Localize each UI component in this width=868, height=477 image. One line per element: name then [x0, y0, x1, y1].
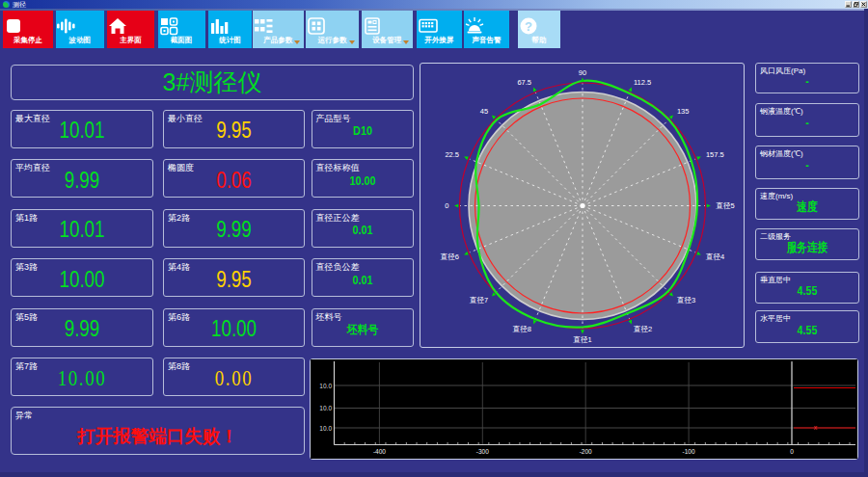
toolbar-button-10[interactable]: 声音告警 [464, 11, 509, 49]
toolbar-button-3[interactable]: 主界面 [107, 11, 154, 49]
spoke-label: 直径5 [716, 201, 735, 210]
measurement-label: 最大直径 [15, 113, 50, 125]
list-icon-svg [253, 15, 274, 37]
measurement-value: 10.00 [176, 309, 291, 346]
alarm-message: 打开报警端口失败！ [12, 419, 304, 454]
cross-section-chart: 022.54567.590112.5135157.5直径5直径4直径3直径2直径… [420, 64, 744, 347]
stop-icon-svg [3, 15, 24, 37]
spoke-marker [533, 88, 536, 93]
measurement-label: 第1路 [15, 212, 38, 225]
sidebar-card: 钢材温度(℃)- [755, 146, 859, 179]
spoke-label: 直径2 [633, 325, 652, 333]
spoke-label: 直径6 [440, 252, 459, 261]
barchart-icon [208, 15, 252, 37]
spoke-marker [629, 88, 632, 93]
spoke-label: 67.5 [517, 78, 531, 87]
alarm-box: 异常 打开报警端口失败！ [11, 407, 305, 455]
home-icon [107, 15, 154, 37]
measurement-value: 10.00 [24, 358, 140, 395]
x-tick-label: -400 [373, 448, 386, 455]
toolbar-button-9[interactable]: 开外接屏 [417, 11, 463, 49]
measurement-label: 第5路 [15, 311, 38, 324]
measurement-card: 最大直径10.01 [11, 110, 153, 148]
toolbar-button-label: 帮助 [518, 36, 560, 45]
window-frame-bottom [0, 472, 868, 477]
x-tick-label: -200 [580, 448, 592, 455]
restore-button-svg [854, 2, 858, 7]
parameter-label: 直径负公差 [316, 261, 360, 274]
toolbar-button-8[interactable]: 设备管理 [362, 11, 414, 49]
toolbar-button-1[interactable]: 采集停止 [3, 11, 53, 49]
alarm-icon [464, 15, 509, 37]
sidebar-label: 二级服务 [760, 231, 791, 242]
titlebar: 测径 [0, 0, 868, 9]
measurement-value: 10.00 [24, 259, 140, 296]
spoke-marker [581, 330, 584, 333]
measurement-card: 椭圆度0.06 [163, 159, 305, 198]
center-dot [581, 203, 585, 208]
help-icon: ? [518, 15, 560, 37]
grid-icon-svg [306, 15, 327, 37]
toolbar-button-4[interactable]: 截面图 [158, 11, 205, 49]
parameter-label: 直径标称值 [316, 162, 360, 174]
toolbar-button-11[interactable]: ?帮助 [518, 11, 560, 49]
grid-icon [306, 15, 359, 37]
spoke-marker [696, 252, 701, 254]
minimize-button[interactable] [845, 1, 852, 8]
sidebar-label: 钢材温度(℃) [760, 148, 803, 159]
stop-icon [3, 15, 53, 37]
toolbar-button-label: 截面图 [158, 36, 205, 45]
spoke-label: 45 [480, 107, 488, 116]
spoke-marker [464, 156, 469, 159]
measurement-label: 第7路 [15, 360, 38, 373]
sidebar-card: 风口风压(Pa)- [755, 63, 859, 93]
toolbar-button-label: 采集停止 [3, 36, 53, 45]
measurement-value: 9.95 [176, 259, 291, 296]
measurement-label: 椭圆度 [168, 162, 194, 174]
monitor-icon [417, 15, 463, 37]
spoke-marker [707, 204, 711, 208]
restore-button[interactable] [853, 1, 859, 8]
spoke-label: 112.5 [634, 78, 651, 87]
gauge-title-box: 3#测径仪 [11, 65, 414, 101]
measurement-label: 平均直径 [15, 162, 50, 174]
x-tick-label: -300 [476, 448, 489, 455]
parameter-card: 坯料号坯料号 [312, 308, 414, 347]
parameter-card: 直径负公差0.01 [312, 258, 414, 297]
spoke-marker [696, 156, 701, 159]
minimize-button-svg [846, 2, 851, 7]
spoke-label: 157.5 [706, 150, 724, 159]
parameter-label: 直径正公差 [316, 212, 360, 225]
device-icon [362, 15, 414, 37]
sidebar-card: 速度(m/s)速度 [755, 188, 859, 220]
sidebar-card: 钢液温度(℃)- [755, 103, 859, 137]
toolbar-button-2[interactable]: 波动图 [56, 11, 104, 49]
toolbar-button-6[interactable]: 产品参数 [253, 11, 304, 49]
sidebar-card: 水平居中4.55 [755, 310, 859, 343]
close-button[interactable] [860, 1, 867, 8]
spoke-label: 直径1 [572, 335, 591, 344]
toolbar-button-label: 声音告警 [464, 36, 509, 45]
sidebar-label: 钢液温度(℃) [760, 106, 803, 117]
parameter-label: 坯料号 [316, 311, 342, 324]
sidebar-label: 水平居中 [760, 313, 791, 324]
monitor-icon-svg [417, 15, 440, 37]
toolbar-button-7[interactable]: 运行参数 [306, 11, 359, 49]
spoke-label: 0 [445, 201, 448, 210]
toolbar-button-label: 波动图 [56, 36, 104, 45]
trend-chart-panel: 10.010.010.0-400-300-200-1000x [310, 358, 858, 460]
measurement-card: 最小直径9.95 [163, 110, 305, 148]
measurement-label: 第4路 [168, 261, 190, 274]
window-title: 测径 [13, 0, 26, 9]
app-icon [3, 1, 10, 8]
sidebar-label: 速度(m/s) [760, 191, 793, 201]
spoke-label: 90 [579, 68, 586, 77]
window-frame-right [864, 9, 868, 477]
measurement-value: 9.99 [24, 309, 140, 346]
measurement-value: 0.00 [176, 358, 291, 395]
y-tick-label: 10.0 [319, 405, 332, 411]
toolbar-button-label: 主界面 [107, 36, 154, 45]
measurement-card: 第1路10.01 [11, 209, 153, 248]
measurement-card: 第6路10.00 [163, 308, 305, 347]
toolbar-button-5[interactable]: 统计图 [208, 11, 252, 49]
